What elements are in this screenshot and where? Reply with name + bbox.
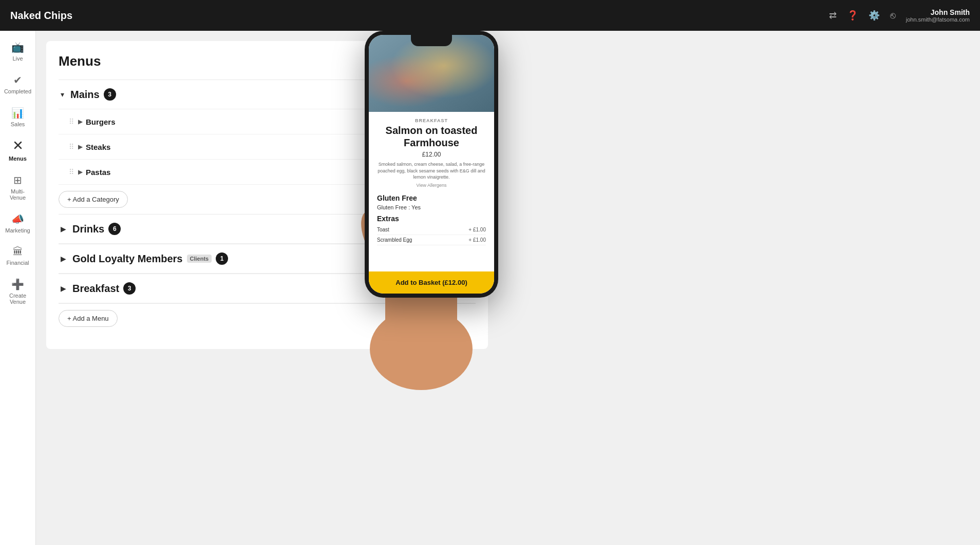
drinks-menu-name: Drinks	[72, 223, 104, 235]
steaks-drag-handle[interactable]: ⠿	[69, 143, 74, 151]
phone-extra-egg: Scrambled Egg + £1.00	[377, 235, 486, 245]
phone-hero-image	[369, 35, 494, 112]
phone-allergens-link: View Allergens	[377, 183, 486, 188]
sidebar: 📺 Live ✔ Completed 📊 Sales Menus ⊞ Multi…	[0, 31, 36, 545]
mains-count-badge: 3	[104, 88, 116, 101]
user-name: John Smith	[931, 8, 970, 16]
pastas-chevron-icon: ▶	[78, 168, 83, 176]
user-info: John Smith john.smith@fatsoma.com	[906, 8, 970, 23]
phone-gluten-free-title: Gluten Free	[377, 194, 486, 202]
sidebar-item-financial[interactable]: 🏛 Financial	[0, 241, 35, 271]
add-menu-button[interactable]: + Add a Menu	[59, 310, 118, 327]
clients-badge: Clients	[187, 255, 212, 263]
phone-frame: BREAKFAST Salmon on toasted Farmhouse £1…	[365, 31, 498, 298]
app-body: 📺 Live ✔ Completed 📊 Sales Menus ⊞ Multi…	[0, 31, 980, 545]
breakfast-count-badge: 3	[123, 282, 136, 295]
multi-venue-icon: ⊞	[13, 174, 22, 186]
switch-icon[interactable]: ⇄	[829, 10, 837, 21]
logout-icon[interactable]: ⎋	[890, 10, 896, 21]
pastas-drag-handle[interactable]: ⠿	[69, 168, 74, 176]
financial-icon: 🏛	[13, 246, 23, 258]
phone-notch	[411, 35, 452, 46]
top-navigation: Naked Chips ⇄ ❓ ⚙️ ⎋ John Smith john.smi…	[0, 0, 980, 31]
phone-extras-title: Extras	[377, 215, 486, 223]
page-title: Menus	[59, 53, 101, 69]
marketing-icon: 📣	[11, 213, 24, 225]
top-nav-right: ⇄ ❓ ⚙️ ⎋ John Smith john.smith@fatsoma.c…	[829, 8, 970, 23]
sidebar-item-multi-venue[interactable]: ⊞ Multi-Venue	[0, 169, 35, 206]
settings-icon[interactable]: ⚙️	[869, 10, 880, 21]
phone-extra-toast-label: Toast	[377, 227, 389, 232]
live-icon: 📺	[11, 41, 24, 53]
menus-panel: Menus Prep Area ? Status ? ▾ Ma	[46, 41, 488, 349]
sales-icon: 📊	[11, 107, 24, 119]
sidebar-item-live[interactable]: 📺 Live	[0, 36, 35, 67]
sidebar-item-menus[interactable]: Menus	[0, 134, 35, 167]
phone-meal-tag: BREAKFAST	[377, 118, 486, 123]
phone-extra-egg-price: + £1.00	[468, 237, 486, 243]
phone-extra-egg-label: Scrambled Egg	[377, 237, 412, 243]
breakfast-menu-name: Breakfast	[72, 283, 119, 295]
sidebar-label-completed: Completed	[4, 88, 31, 94]
sidebar-label-multi-venue: Multi-Venue	[3, 188, 32, 201]
sidebar-item-completed[interactable]: ✔ Completed	[0, 69, 35, 100]
phone-meal-name: Salmon on toasted Farmhouse	[377, 124, 486, 149]
drinks-expand-button[interactable]: ▶	[59, 224, 68, 234]
breakfast-expand-button[interactable]: ▶	[59, 283, 68, 294]
drinks-count-badge: 6	[108, 223, 121, 235]
mains-collapse-button[interactable]: ▾	[59, 89, 66, 100]
sidebar-label-create-venue: Create Venue	[3, 293, 32, 305]
completed-icon: ✔	[13, 74, 22, 86]
phone-content: BREAKFAST Salmon on toasted Farmhouse £1…	[369, 35, 494, 294]
steaks-chevron-icon: ▶	[78, 143, 83, 150]
phone-extra-toast-price: + £1.00	[468, 227, 486, 232]
phone-food-visual	[369, 35, 494, 112]
phone-body: BREAKFAST Salmon on toasted Farmhouse £1…	[369, 112, 494, 294]
gold-menu-name: Gold Loyalty Members	[72, 253, 183, 265]
app-logo: Naked Chips	[10, 10, 829, 22]
burgers-drag-handle[interactable]: ⠿	[69, 118, 74, 126]
mains-menu-name: Mains	[70, 89, 100, 101]
gold-count-badge: 1	[216, 252, 228, 265]
phone-meal-desc: Smoked salmon, cream cheese, salad, a fr…	[377, 161, 486, 181]
create-venue-icon: ➕	[11, 278, 24, 290]
sidebar-label-sales: Sales	[11, 121, 25, 127]
phone-meal-price: £12.00	[377, 151, 486, 158]
sidebar-label-live: Live	[12, 55, 23, 62]
sidebar-item-create-venue[interactable]: ➕ Create Venue	[0, 273, 35, 310]
gold-expand-button[interactable]: ▶	[59, 254, 68, 264]
phone-screen: BREAKFAST Salmon on toasted Farmhouse £1…	[369, 35, 494, 294]
user-email: john.smith@fatsoma.com	[906, 16, 970, 23]
sidebar-label-menus: Menus	[9, 155, 27, 162]
phone-extra-toast: Toast + £1.00	[377, 225, 486, 235]
phone-gluten-free-value: Gluten Free : Yes	[377, 204, 486, 210]
sidebar-item-marketing[interactable]: 📣 Marketing	[0, 208, 35, 239]
add-category-button[interactable]: + Add a Category	[59, 191, 128, 208]
sidebar-item-sales[interactable]: 📊 Sales	[0, 102, 35, 132]
burgers-chevron-icon: ▶	[78, 118, 83, 125]
main-content: Menus Prep Area ? Status ? ▾ Ma	[36, 31, 980, 545]
phone-cta-button: Add to Basket (£12.00)	[369, 271, 494, 294]
phone-mockup: BREAKFAST Salmon on toasted Farmhouse £1…	[334, 31, 570, 380]
help-icon[interactable]: ❓	[847, 10, 858, 21]
sidebar-label-financial: Financial	[6, 260, 29, 266]
menus-icon	[12, 140, 24, 153]
sidebar-label-marketing: Marketing	[5, 227, 30, 233]
